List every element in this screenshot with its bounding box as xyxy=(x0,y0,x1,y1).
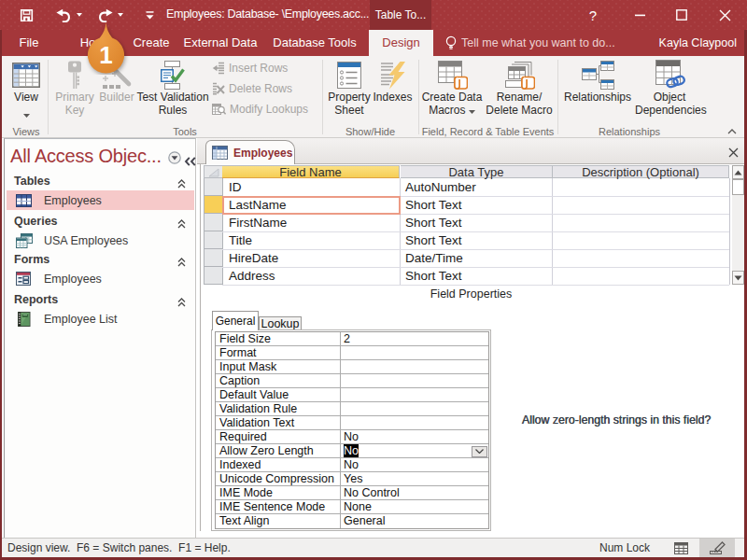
property-row[interactable]: IME Mode No Control xyxy=(216,486,488,500)
maximize-button[interactable] xyxy=(669,0,694,30)
undo-button[interactable] xyxy=(52,0,75,30)
column-header-field-name[interactable]: Field Name xyxy=(222,165,400,178)
tab-general[interactable]: General xyxy=(212,311,259,330)
nav-item-usa-employees-query[interactable]: USA Employees xyxy=(7,231,194,250)
scroll-up-button[interactable] xyxy=(732,165,744,179)
property-row[interactable]: Indexed No xyxy=(216,458,488,472)
contextual-tab-group[interactable]: Table To... xyxy=(370,0,431,30)
property-value[interactable]: No xyxy=(344,458,359,472)
group-label-views: Views xyxy=(6,126,47,137)
grid-cell-field[interactable]: HireDate xyxy=(229,249,278,267)
design-view-button[interactable] xyxy=(699,539,735,557)
vertical-scrollbar[interactable] xyxy=(732,165,744,285)
grid-cell-field[interactable]: ID xyxy=(229,178,242,196)
collapse-ribbon-button[interactable] xyxy=(725,125,740,138)
grid-cell-field[interactable]: Address xyxy=(229,267,275,285)
nav-pane-menu-button[interactable] xyxy=(168,151,181,164)
close-button[interactable] xyxy=(712,0,737,30)
nav-item-employees-form[interactable]: Employees xyxy=(7,269,194,288)
tab-design[interactable]: Design xyxy=(369,30,433,56)
property-value[interactable]: None xyxy=(344,500,372,514)
shutter-bar-close-button[interactable] xyxy=(184,153,197,164)
column-header-description[interactable]: Description (Optional) xyxy=(553,165,729,178)
scrollbar-thumb[interactable] xyxy=(732,179,744,195)
row-selector[interactable] xyxy=(204,249,223,267)
tab-lookup[interactable]: Lookup xyxy=(259,316,302,330)
row-selector[interactable] xyxy=(204,231,223,249)
property-value[interactable]: 2 xyxy=(344,332,350,346)
property-row[interactable]: IME Sentence Mode None xyxy=(216,500,488,514)
property-value[interactable]: No Control xyxy=(344,486,400,500)
rename-delete-macro-button[interactable]: Rename/ Delete Macro xyxy=(483,60,556,117)
help-button[interactable]: ? xyxy=(585,0,600,30)
row-selector[interactable] xyxy=(204,267,223,285)
test-validation-rules-button[interactable]: Test Validation Rules xyxy=(136,60,209,117)
diagonal-marker-icon xyxy=(207,167,220,178)
property-row[interactable]: Text Align General xyxy=(216,514,488,528)
nav-section-label: Tables xyxy=(14,175,50,188)
row-selector[interactable] xyxy=(204,214,223,231)
scroll-down-button[interactable] xyxy=(732,271,744,285)
tell-me-box[interactable]: Tell me what you want to do... xyxy=(461,30,615,56)
property-value[interactable]: General xyxy=(344,514,385,528)
document-tab-employees[interactable]: Employees xyxy=(205,140,295,164)
property-row[interactable]: Caption xyxy=(216,374,488,388)
property-label: Validation Text xyxy=(219,416,294,430)
minimize-button[interactable] xyxy=(627,0,652,30)
nav-section-reports[interactable]: Reports xyxy=(5,293,195,306)
tab-create[interactable]: Create xyxy=(129,30,174,56)
user-account[interactable]: Kayla Claypool xyxy=(659,30,737,56)
insert-rows-button[interactable]: Insert Rows xyxy=(212,62,288,75)
grid-cell-type[interactable]: Short Text xyxy=(405,196,462,214)
grid-cell-type[interactable]: Short Text xyxy=(405,267,462,285)
nav-item-employee-list-report[interactable]: Employee List xyxy=(7,309,194,329)
property-row[interactable]: Input Mask xyxy=(216,360,488,374)
qat-customize-button[interactable] xyxy=(140,0,159,30)
grid-cell-type[interactable]: Short Text xyxy=(405,214,462,231)
property-row[interactable]: Required No xyxy=(216,430,488,444)
datasheet-view-icon xyxy=(12,63,40,88)
property-value[interactable]: No xyxy=(344,430,359,444)
grid-cell-field[interactable]: Title xyxy=(229,231,252,249)
property-row[interactable]: Field Size 2 xyxy=(216,332,488,346)
property-row[interactable]: Unicode Compression Yes xyxy=(216,472,488,486)
nav-section-forms[interactable]: Forms xyxy=(5,253,195,266)
grid-cell-field-current[interactable]: LastName xyxy=(229,196,287,214)
property-label: Format xyxy=(219,346,257,360)
tab-database-tools[interactable]: Database Tools xyxy=(271,30,359,56)
property-value[interactable]: Yes xyxy=(344,472,362,486)
row-selector[interactable] xyxy=(204,178,223,196)
minimize-icon xyxy=(635,14,645,17)
nav-section-tables[interactable]: Tables xyxy=(5,175,195,188)
grid-cell-type[interactable]: Date/Time xyxy=(405,249,463,267)
tab-file[interactable]: File xyxy=(9,30,49,56)
property-sheet-button[interactable]: Property Sheet xyxy=(327,60,372,117)
create-data-macros-button[interactable]: Create Data Macros xyxy=(421,60,483,117)
property-row-allow-zero-length[interactable]: Allow Zero Length No xyxy=(216,444,488,458)
grid-cell-type[interactable]: Short Text xyxy=(405,231,462,249)
property-row[interactable]: Default Value xyxy=(216,388,488,402)
row-selector-current[interactable] xyxy=(204,196,223,214)
combo-dropdown-button[interactable] xyxy=(472,446,487,458)
tab-external-data[interactable]: External Data xyxy=(183,30,258,56)
nav-item-employees-table[interactable]: Employees xyxy=(7,190,194,210)
document-close-button[interactable] xyxy=(728,145,741,158)
grid-corner-cell[interactable] xyxy=(204,165,223,178)
property-row[interactable]: Format xyxy=(216,346,488,360)
grid-cell-field[interactable]: FirstName xyxy=(229,214,287,231)
nav-section-queries[interactable]: Queries xyxy=(5,215,195,228)
indexes-button[interactable]: Indexes xyxy=(372,60,414,104)
nav-pane-title[interactable]: All Access Objec... xyxy=(10,146,162,167)
grid-cell-type[interactable]: AutoNumber xyxy=(405,178,476,196)
modify-lookups-button[interactable]: Modify Lookups xyxy=(212,103,308,116)
object-dependencies-button[interactable]: Object Dependencies xyxy=(635,60,704,117)
datasheet-view-button[interactable] xyxy=(667,539,695,557)
save-button[interactable] xyxy=(15,0,37,30)
delete-rows-button[interactable]: Delete Rows xyxy=(212,82,292,95)
property-row[interactable]: Validation Text xyxy=(216,416,488,430)
column-header-data-type[interactable]: Data Type xyxy=(401,165,553,178)
view-button[interactable]: View xyxy=(6,60,47,121)
selected-value[interactable]: No xyxy=(344,444,359,457)
property-row[interactable]: Validation Rule xyxy=(216,402,488,416)
relationships-button[interactable]: Relationships xyxy=(562,60,633,104)
